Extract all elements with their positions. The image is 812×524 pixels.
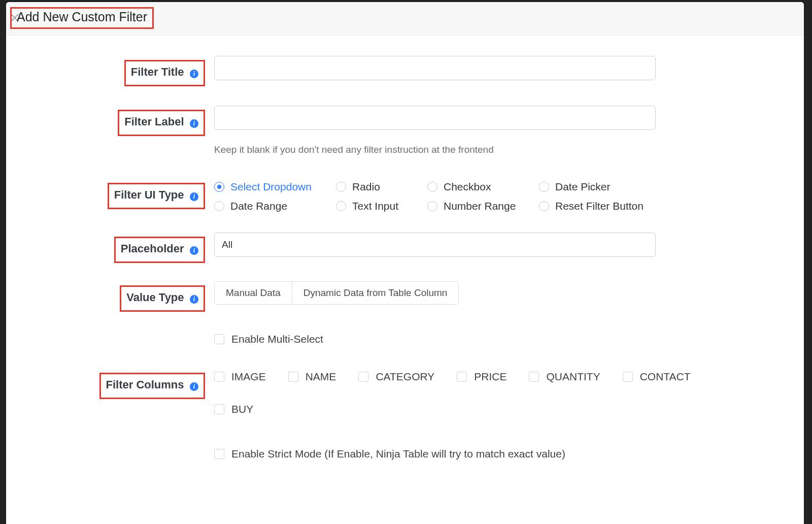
column-label: CONTACT xyxy=(640,371,691,383)
checkbox-icon xyxy=(358,372,368,382)
placeholder-input[interactable] xyxy=(214,233,656,257)
column-label: CATEGORY xyxy=(376,371,434,383)
radio-icon xyxy=(336,201,346,211)
column-quantity[interactable]: QUANTITY xyxy=(529,371,600,383)
radio-radio[interactable]: Radio xyxy=(336,181,417,193)
column-label: QUANTITY xyxy=(546,371,600,383)
ui-type-radio-group: Select Dropdown Radio Checkbox Date Pick… xyxy=(214,179,784,212)
info-icon[interactable]: i xyxy=(190,119,198,128)
radio-date-range[interactable]: Date Range xyxy=(214,200,326,212)
radio-icon xyxy=(336,182,346,192)
highlight-box: Value Type i xyxy=(120,285,205,312)
filter-title-input[interactable] xyxy=(214,56,656,80)
column-contact[interactable]: CONTACT xyxy=(623,371,691,383)
column-label: BUY xyxy=(231,403,253,415)
column-name[interactable]: NAME xyxy=(288,371,336,383)
highlight-box: Filter Columns i xyxy=(99,373,205,399)
checkbox-multi-select[interactable]: Enable Multi-Select xyxy=(214,331,784,345)
value-type-manual[interactable]: Manual Data xyxy=(215,282,292,304)
info-icon[interactable]: i xyxy=(190,246,198,255)
checkbox-icon xyxy=(623,372,633,382)
row-filter-label: Filter Label i xyxy=(26,106,784,136)
checkbox-strict-mode[interactable]: Enable Strict Mode (If Enable, Ninja Tab… xyxy=(214,446,784,460)
info-icon[interactable]: i xyxy=(190,295,198,304)
filter-label-input[interactable] xyxy=(214,106,656,130)
radio-label: Checkbox xyxy=(444,181,491,193)
radio-label: Reset Filter Button xyxy=(555,200,644,212)
label-filter-title: Filter Title xyxy=(131,66,184,78)
radio-icon xyxy=(427,201,437,211)
row-filter-title: Filter Title i xyxy=(26,56,784,86)
row-filter-columns: Filter Columns i IMAGE NAME CATEGORY PRI… xyxy=(26,369,784,415)
checkbox-label: Enable Multi-Select xyxy=(231,333,323,345)
radio-label: Text Input xyxy=(352,200,398,212)
modal-body: Filter Title i Filter Label i xyxy=(6,36,804,460)
checkbox-label: Enable Strict Mode (If Enable, Ninja Tab… xyxy=(231,448,565,460)
radio-checkbox[interactable]: Checkbox xyxy=(427,181,529,193)
help-text: Keep it blank if you don't need any filt… xyxy=(214,144,784,155)
radio-label: Radio xyxy=(352,181,380,193)
label-filter-label: Filter Label xyxy=(124,115,184,128)
checkbox-icon xyxy=(214,404,224,414)
checkbox-icon xyxy=(457,372,467,382)
radio-label: Date Picker xyxy=(555,181,611,193)
row-help-text: Keep it blank if you don't need any filt… xyxy=(26,143,784,155)
modal-title: Add New Custom Filter xyxy=(14,8,150,26)
checkbox-icon xyxy=(214,449,224,459)
modal-header: Add New Custom Filter xyxy=(6,2,804,36)
row-multi-select: Enable Multi-Select xyxy=(26,331,784,345)
radio-icon xyxy=(539,182,549,192)
checkbox-icon xyxy=(214,372,224,382)
column-price[interactable]: PRICE xyxy=(457,371,506,383)
radio-label: Number Range xyxy=(444,200,516,212)
radio-reset-filter-button[interactable]: Reset Filter Button xyxy=(539,200,656,212)
label-placeholder: Placeholder xyxy=(121,242,184,255)
column-category[interactable]: CATEGORY xyxy=(358,371,434,383)
checkbox-icon xyxy=(214,334,224,344)
column-label: PRICE xyxy=(474,371,506,383)
row-value-type: Value Type i Manual Data Dynamic Data fr… xyxy=(26,281,784,312)
column-label: IMAGE xyxy=(231,371,266,383)
row-ui-type: Filter UI Type i Select Dropdown Radio xyxy=(26,179,784,212)
column-label: NAME xyxy=(306,371,336,383)
modal-add-custom-filter: Add New Custom Filter Filter Title i Fil… xyxy=(6,2,804,524)
column-image[interactable]: IMAGE xyxy=(214,371,266,383)
label-value-type: Value Type xyxy=(126,291,184,304)
highlight-box: Filter Title i xyxy=(124,60,205,86)
radio-text-input[interactable]: Text Input xyxy=(336,200,417,212)
column-buy[interactable]: BUY xyxy=(214,403,253,415)
info-icon[interactable]: i xyxy=(190,192,198,201)
radio-icon xyxy=(214,182,224,192)
radio-date-picker[interactable]: Date Picker xyxy=(539,181,656,193)
checkbox-icon xyxy=(288,372,298,382)
radio-icon xyxy=(539,201,549,211)
label-filter-columns: Filter Columns xyxy=(106,378,184,391)
value-type-dynamic[interactable]: Dynamic Data from Table Column xyxy=(292,282,459,304)
radio-label: Select Dropdown xyxy=(230,181,312,193)
highlight-box: Placeholder i xyxy=(114,237,205,263)
highlight-box: Filter Label i xyxy=(118,110,205,136)
radio-icon xyxy=(214,201,224,211)
radio-select-dropdown[interactable]: Select Dropdown xyxy=(214,181,326,193)
label-ui-type: Filter UI Type xyxy=(114,188,184,201)
info-icon[interactable]: i xyxy=(190,382,198,391)
highlight-box: Add New Custom Filter xyxy=(10,7,154,29)
row-strict-mode: Enable Strict Mode (If Enable, Ninja Tab… xyxy=(26,446,784,460)
radio-label: Date Range xyxy=(230,200,287,212)
radio-icon xyxy=(427,182,437,192)
row-placeholder: Placeholder i xyxy=(26,233,784,263)
radio-number-range[interactable]: Number Range xyxy=(427,200,529,212)
info-icon[interactable]: i xyxy=(190,70,198,78)
value-type-toggle: Manual Data Dynamic Data from Table Colu… xyxy=(214,281,459,305)
filter-columns-group: IMAGE NAME CATEGORY PRICE QUANTITY CONTA… xyxy=(214,369,712,415)
highlight-box: Filter UI Type i xyxy=(108,183,205,209)
checkbox-icon xyxy=(529,372,539,382)
